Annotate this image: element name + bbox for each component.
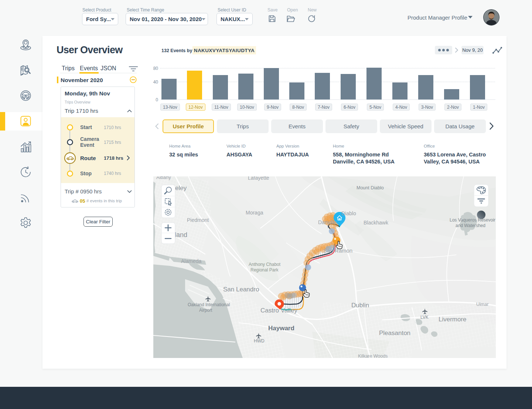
svg-text:Anthony Chabot: Anthony Chabot xyxy=(249,262,281,267)
svg-text:Piedmont: Piedmont xyxy=(187,217,209,223)
svg-text:HWD: HWD xyxy=(254,338,265,344)
svg-text:Hayward: Hayward xyxy=(268,325,294,332)
svg-text:Diablo: Diablo xyxy=(341,210,356,216)
svg-text:Blackhawk: Blackhawk xyxy=(364,220,389,226)
svg-text:Lafayette: Lafayette xyxy=(248,176,269,181)
svg-text:Airport: Airport xyxy=(199,308,212,313)
svg-text:Oakland International: Oakland International xyxy=(188,302,230,307)
svg-text:Ulmar: Ulmar xyxy=(476,302,488,307)
svg-text:Regional Park: Regional Park xyxy=(250,267,279,273)
svg-text:Livermore: Livermore xyxy=(439,316,467,323)
svg-text:Los Vaqueros Resevoir: Los Vaqueros Resevoir xyxy=(450,217,495,223)
svg-text:Moraga: Moraga xyxy=(246,210,263,216)
svg-text:Mount Diablo: Mount Diablo xyxy=(357,185,384,190)
svg-text:and Watershed: and Watershed xyxy=(456,223,485,228)
svg-text:Castro Valley: Castro Valley xyxy=(260,307,297,314)
svg-text:Kilkare Woods: Kilkare Woods xyxy=(358,354,388,358)
svg-text:Alameda: Alameda xyxy=(181,258,201,264)
svg-text:Dublin: Dublin xyxy=(351,302,369,309)
svg-text:Danville: Danville xyxy=(318,219,337,225)
svg-text:San Leandro: San Leandro xyxy=(223,286,259,293)
svg-text:Albany: Albany xyxy=(156,176,171,180)
svg-text:San Ramon: San Ramon xyxy=(323,247,352,254)
svg-text:LVK: LVK xyxy=(420,315,429,320)
svg-text:Pleasanton: Pleasanton xyxy=(379,329,410,337)
